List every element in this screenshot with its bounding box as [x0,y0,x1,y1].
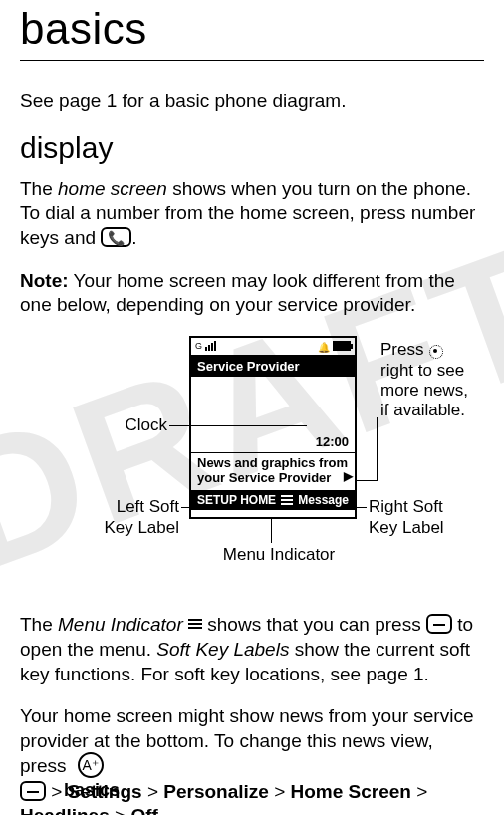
text-fragment: . [158,805,163,815]
menu-key-icon [426,614,452,634]
phone-screen: G 🔔 Service Provider 12:00 News and grap… [189,336,357,519]
text-fragment: Key Label [104,518,179,537]
breadcrumb-step: Home Screen [291,781,411,802]
left-softkey-label: SETUP HOME [197,493,276,507]
news-line-2: your Service Provider [197,470,331,485]
battery-icon [333,341,351,351]
breadcrumb-separator: > [115,805,130,815]
text-fragment: The [20,614,58,635]
callout-left-softkey: Left Soft Key Label [70,497,179,538]
chevron-right-icon: ▶ [344,470,353,484]
call-key-icon: 📞 [101,227,131,247]
intro-text: See page 1 for a basic phone diagram. [20,89,484,114]
callout-right-softkey: Right Soft Key Label [369,497,498,538]
signal-icon: G [195,341,216,353]
term-menu-indicator: Menu Indicator [58,614,183,635]
status-bar: G 🔔 [191,338,355,356]
softkey-bar: SETUP HOME Message [191,490,355,510]
leader-line [181,507,189,508]
leader-line [377,417,378,481]
note-label: Note: [20,270,69,291]
paragraph-menu-indicator: The Menu Indicator shows that you can pr… [20,613,484,686]
section-heading: display [20,132,484,165]
leader-line [357,480,378,481]
right-softkey-label: Message [298,493,349,507]
callout-clock: Clock [98,415,167,435]
text-fragment: Left Soft [117,497,179,516]
text-fragment: Key Label [369,518,444,537]
breadcrumb-separator: > [416,781,427,802]
callout-press-right: Press right to see more news, if availab… [380,340,504,421]
leader-line [271,519,272,543]
menu-lines-icon [188,617,202,631]
breadcrumb-separator: > [274,781,290,802]
news-line-1: News and graphics from [197,455,348,470]
text-fragment: right to see [380,361,464,380]
breadcrumb-separator: > [51,781,67,802]
breadcrumb-step: Personalize [163,781,269,802]
term-home-screen: home screen [58,178,167,199]
feature-icon: A⁺ [78,752,104,778]
paragraph-home-screen: The home screen shows when you turn on t… [20,177,484,251]
menu-key-icon [20,781,46,801]
clock-value: 12:00 [316,434,349,449]
term-soft-key-labels: Soft Key Labels [156,639,289,660]
leader-line [357,507,367,508]
news-ticker: News and graphics from your Service Prov… [191,453,355,490]
text-fragment: if available. [380,401,465,419]
text-fragment: Press [380,340,428,359]
callout-menu-indicator: Menu Indicator [199,545,359,565]
text-fragment: shows that you can press [202,614,426,635]
note-paragraph: Note: Your home screen may look differen… [20,269,484,318]
screen-middle-area: 12:00 [191,377,355,452]
text-fragment: Right Soft [369,497,443,516]
breadcrumb-step: Settings [68,781,142,802]
breadcrumb-step: Headlines [20,805,110,815]
leader-line [169,425,307,426]
paragraph-news-setting: Your home screen might show news from yo… [20,704,484,815]
nav-key-icon [428,344,442,358]
ringer-icon: 🔔 [318,342,330,353]
page-title: basics [20,0,484,61]
service-provider-row: Service Provider [191,356,355,377]
breadcrumb-step: Off [130,805,157,815]
breadcrumb-separator: > [147,781,163,802]
note-text: Your home screen may look different from… [20,270,455,316]
home-screen-diagram: G 🔔 Service Provider 12:00 News and grap… [20,336,484,585]
text-fragment: The [20,178,58,199]
text-fragment: more news, [380,381,468,400]
menu-indicator-icon [281,495,293,505]
